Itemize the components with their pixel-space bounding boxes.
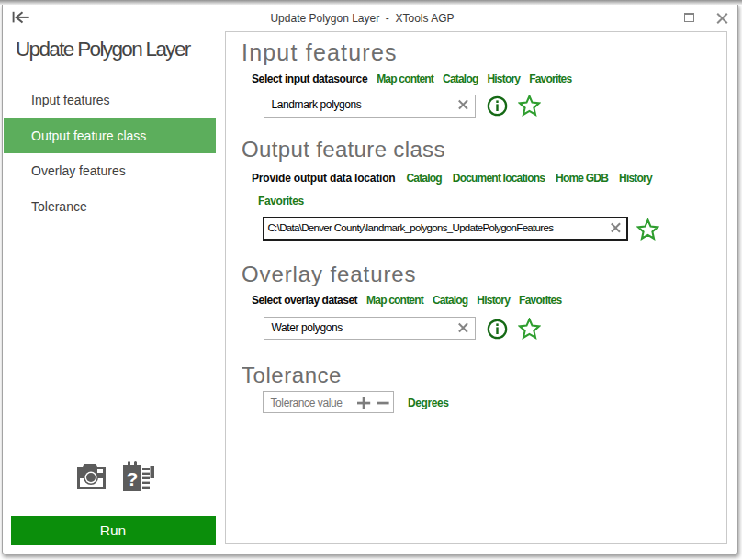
svg-text:?: ? [127, 468, 139, 489]
